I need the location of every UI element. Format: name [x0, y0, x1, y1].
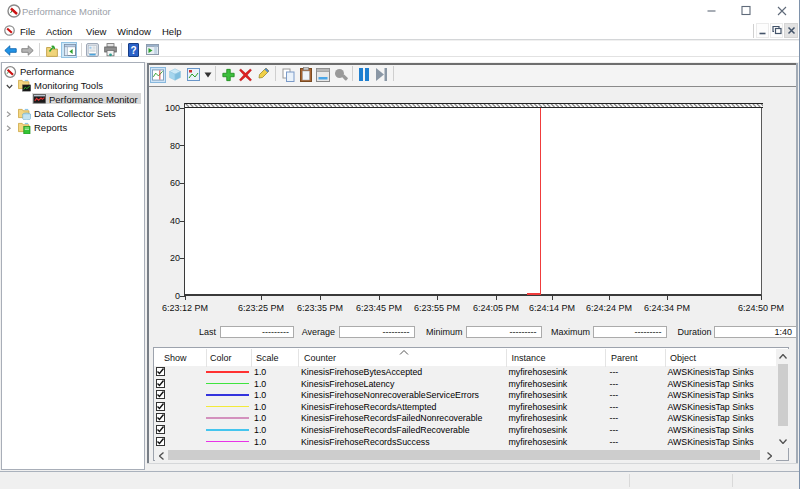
svg-text:?: ?	[130, 45, 136, 56]
